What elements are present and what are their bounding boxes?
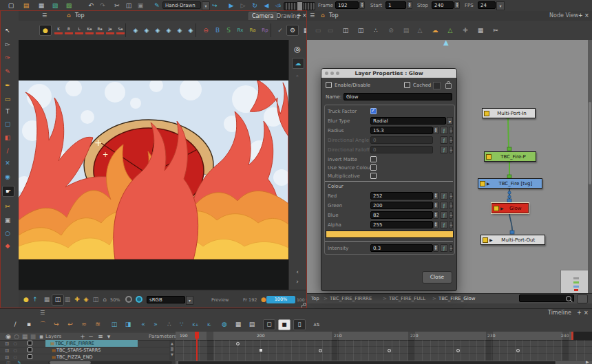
- frames-hscrollbar[interactable]: ▶: [176, 361, 592, 364]
- save-icon[interactable]: ▦: [36, 1, 47, 10]
- home-icon[interactable]: ⌂: [67, 12, 71, 19]
- row-checkbox[interactable]: [28, 354, 32, 359]
- breadcrumb-item[interactable]: TBC_FIRE_FIRRRE: [330, 294, 372, 303]
- alpha-stepper[interactable]: ▲▼: [433, 221, 438, 228]
- node-menu-icon[interactable]: ☰: [310, 12, 315, 19]
- curtain-ra-icon[interactable]: Ra: [96, 26, 104, 34]
- render-play-icon[interactable]: ▷: [237, 1, 249, 10]
- tl-line-icon[interactable]: ∕: [10, 320, 21, 330]
- start-stepper[interactable]: ▲▼: [407, 1, 412, 9]
- use-source-colour-checkbox[interactable]: [370, 164, 377, 171]
- truck-factor-checkbox[interactable]: [370, 108, 377, 114]
- node-vscrollbar[interactable]: [588, 40, 592, 293]
- status-up-arrow-icon[interactable]: ↑: [30, 295, 41, 305]
- frame-input[interactable]: 192: [335, 1, 359, 9]
- tab-camera[interactable]: Camera: [249, 12, 277, 20]
- curtain-r-icon[interactable]: R: [65, 26, 73, 34]
- name-input[interactable]: Glow: [343, 93, 452, 100]
- camera-breadcrumb-top[interactable]: Top: [75, 12, 85, 19]
- green-function-button[interactable]: ƒ: [440, 202, 448, 209]
- jog-wheel[interactable]: [284, 2, 315, 10]
- curtain-l-icon[interactable]: L: [75, 26, 83, 34]
- intensity-function-button[interactable]: ƒ: [440, 244, 448, 252]
- add-group-icon[interactable]: ◫: [355, 25, 366, 35]
- tl-sort-icon[interactable]: A⇅: [311, 320, 322, 330]
- pane-left-arrow-icon[interactable]: ‹: [292, 267, 303, 277]
- tool-mode-arrow-icon[interactable]: ▾: [202, 1, 210, 10]
- tl-curve1-icon[interactable]: ↪: [51, 320, 62, 330]
- onion-next2-icon[interactable]: ◈: [174, 25, 185, 35]
- stop-input[interactable]: 240: [432, 1, 454, 9]
- keyframe-marker[interactable]: [456, 349, 460, 352]
- render-p-icon[interactable]: Rp: [260, 25, 271, 35]
- save-all-icon[interactable]: ▧: [50, 1, 61, 10]
- radius-function-button[interactable]: ƒ: [440, 127, 448, 134]
- camera-canvas[interactable]: + +: [19, 40, 288, 290]
- ellipse-tool[interactable]: ○: [2, 228, 13, 238]
- cable-icon[interactable]: △: [414, 25, 425, 35]
- select-tool[interactable]: ▻: [2, 39, 13, 49]
- opengl-mode-icon[interactable]: [136, 296, 142, 303]
- onion-prev1-icon[interactable]: ◈: [152, 25, 163, 35]
- sound-icon[interactable]: ◀: [261, 1, 272, 10]
- pane-right-arrow-icon[interactable]: ›: [292, 277, 303, 286]
- timeline-frames-area[interactable]: 190 200 210 220 230 240 ▶: [176, 332, 592, 364]
- blue-menu-button[interactable]: −: [449, 211, 453, 219]
- node-multi-port-out[interactable]: ▶ Multi-Port-Out: [480, 235, 545, 245]
- light-bulb-icon[interactable]: ●: [39, 25, 52, 36]
- split-icon[interactable]: ✂: [490, 25, 501, 35]
- multiplicative-checkbox[interactable]: [370, 173, 377, 179]
- colorspace-dropdown[interactable]: sRGB: [147, 296, 185, 303]
- row-checkbox[interactable]: [28, 347, 32, 352]
- grid-window-icon[interactable]: ▦: [475, 25, 486, 35]
- text-tool[interactable]: T: [2, 107, 13, 116]
- tab-timeline[interactable]: Timeline: [548, 310, 571, 316]
- tl-kf-add-icon[interactable]: K+: [190, 320, 201, 330]
- breadcrumb-item[interactable]: Top: [311, 294, 319, 303]
- spread-nodes-icon[interactable]: ∴: [370, 25, 381, 35]
- node-tab-add-icon[interactable]: +: [578, 12, 583, 19]
- red-menu-button[interactable]: −: [449, 192, 453, 200]
- curtain-sa-icon[interactable]: Sa: [116, 26, 125, 34]
- tab-node-view[interactable]: Node View: [549, 12, 578, 19]
- checkmark-icon[interactable]: ✓: [275, 25, 286, 35]
- backlight-icon[interactable]: B: [212, 25, 223, 35]
- tl-dots-icon[interactable]: ∴: [164, 320, 175, 330]
- collapse-oval-icon[interactable]: ◦: [292, 72, 303, 81]
- red-input[interactable]: 252: [370, 192, 433, 200]
- status-home-icon[interactable]: ⌂: [99, 295, 110, 305]
- transform-tool[interactable]: ↖: [2, 25, 13, 35]
- onion-next3-icon[interactable]: ◈: [185, 25, 196, 35]
- intensity-menu-button[interactable]: −: [449, 244, 453, 252]
- node-tbc-fire[interactable]: ▶ TBC_Fire [tvg]: [478, 178, 542, 189]
- keyframe-marker[interactable]: [236, 342, 240, 345]
- show-strokes-icon[interactable]: S: [223, 25, 234, 35]
- alpha-input[interactable]: 255: [370, 221, 433, 228]
- layer-name-cell[interactable]: ▤ TBC_FIRE_FIRRRE: [45, 340, 138, 347]
- timeline-menu-icon[interactable]: ☰: [40, 310, 45, 316]
- colorspace-arrow-icon[interactable]: ▾: [186, 296, 193, 305]
- contour-editor-tool[interactable]: ◉: [2, 172, 13, 182]
- blue-stepper[interactable]: ▲▼: [433, 211, 438, 219]
- timeline-tab-close-icon[interactable]: ×: [584, 310, 589, 316]
- sound-scrub-icon[interactable]: ◁5: [273, 1, 284, 10]
- colour-swatch[interactable]: [326, 231, 454, 238]
- tl-kf-next-icon[interactable]: »: [150, 320, 161, 330]
- dialog-titlebar[interactable]: Layer Properties : Glow: [321, 69, 456, 78]
- curtain-ja-icon[interactable]: Ja: [106, 26, 114, 34]
- keyframe-marker[interactable]: [516, 349, 520, 352]
- tl-grid-icon[interactable]: ▦: [233, 320, 244, 330]
- tl-camera-icon[interactable]: ◫: [109, 320, 120, 330]
- tl-dots2-icon[interactable]: ∵: [176, 320, 187, 330]
- blue-function-button[interactable]: ƒ: [440, 211, 448, 219]
- open-icon[interactable]: ▤: [21, 1, 32, 10]
- zoom-fit-icon[interactable]: ◫: [3, 358, 14, 364]
- tl-stopmotion-icon[interactable]: ▪: [23, 320, 34, 330]
- layers-hscroll-thumb[interactable]: [50, 361, 91, 364]
- new-scene-icon[interactable]: ▢: [6, 1, 17, 10]
- tool-mode-dropdown[interactable]: Hand-Drawn: [162, 1, 201, 9]
- dir-falloff-function-button[interactable]: ƒ: [440, 146, 448, 153]
- add-node-icon[interactable]: ◫: [340, 25, 351, 35]
- keyframe-marker[interactable]: [319, 349, 322, 352]
- search-icon[interactable]: [566, 296, 571, 301]
